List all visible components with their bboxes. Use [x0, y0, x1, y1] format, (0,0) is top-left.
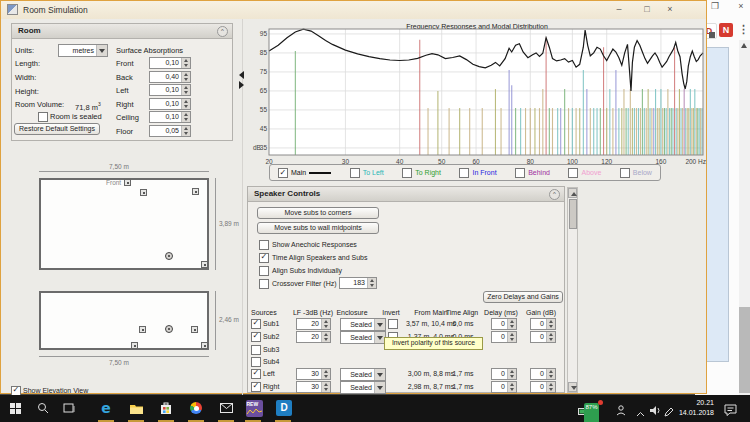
delay-input[interactable]: 0 — [491, 331, 517, 343]
delay-input[interactable]: 0 — [491, 318, 517, 330]
source-enable-checkbox[interactable] — [251, 345, 261, 355]
surface-ceiling-input-arrows[interactable] — [181, 112, 190, 122]
file-explorer-icon[interactable] — [126, 398, 146, 418]
surface-front-input[interactable]: 0,10 — [149, 57, 191, 69]
legend-checkbox[interactable] — [568, 168, 578, 178]
delay-input-arrows[interactable] — [507, 319, 516, 329]
speaker-right-icon[interactable] — [192, 188, 199, 195]
enclosure-select[interactable]: Sealed — [340, 381, 386, 394]
browser-menu-icon[interactable]: ⋮ — [738, 23, 749, 36]
restore-defaults-button[interactable]: Restore Default Settings — [14, 123, 100, 135]
lf-input-arrows[interactable] — [321, 332, 330, 342]
chrome-icon[interactable] — [186, 398, 206, 418]
legend-item-to-right[interactable]: To Right — [402, 168, 441, 178]
hidden-icons-chevron-icon[interactable] — [636, 404, 645, 422]
sc-checkbox-1[interactable] — [259, 253, 269, 263]
surface-left-input-arrows[interactable] — [181, 85, 190, 95]
elevation-speaker-icon[interactable] — [139, 326, 146, 333]
delay-input-arrows[interactable] — [507, 369, 516, 379]
sc-checkbox-3[interactable] — [259, 279, 269, 289]
action-center-icon[interactable] — [724, 402, 737, 422]
room-panel-collapse-icon[interactable]: ^ — [217, 26, 228, 37]
gain-input[interactable]: 0 — [530, 331, 556, 343]
room-sim-app-icon[interactable]: D — [274, 398, 294, 418]
delay-input[interactable]: 0 — [491, 381, 517, 393]
lf-input[interactable]: 30 — [296, 381, 331, 393]
source-enable-checkbox[interactable] — [251, 357, 261, 367]
surface-back-input-arrows[interactable] — [181, 72, 190, 82]
gain-input[interactable]: 0 — [530, 318, 556, 330]
enclosure-select[interactable]: Sealed — [340, 368, 386, 381]
legend-item-main[interactable]: Main — [278, 168, 331, 178]
sc-checkbox-2[interactable] — [259, 266, 269, 276]
legend-item-behind[interactable]: Behind — [515, 168, 550, 178]
units-dropdown-icon[interactable] — [96, 45, 107, 56]
legend-checkbox[interactable] — [402, 168, 412, 178]
start-button[interactable] — [5, 398, 25, 418]
source-enable-checkbox[interactable] — [251, 319, 261, 329]
speaker-left-icon[interactable] — [140, 189, 147, 196]
gain-input[interactable]: 0 — [530, 381, 556, 393]
legend-checkbox[interactable] — [515, 168, 525, 178]
delay-input-arrows[interactable] — [507, 332, 516, 342]
delay-input[interactable]: 0 — [491, 368, 517, 380]
splitter-collapse-left-icon[interactable] — [239, 71, 244, 79]
clock[interactable]: 20.21 14.01.2018 — [676, 398, 714, 418]
legend-item-above[interactable]: Above — [568, 168, 601, 178]
gain-input-arrows[interactable] — [546, 369, 555, 379]
gain-input[interactable]: 0 — [530, 368, 556, 380]
elevation-speaker-icon[interactable] — [201, 342, 208, 349]
legend-checkbox[interactable] — [278, 168, 288, 178]
crossover-input-arrows[interactable] — [367, 278, 376, 288]
gain-input-arrows[interactable] — [546, 319, 555, 329]
minimize-button[interactable]: – — [613, 4, 625, 15]
browser-extension-n-icon[interactable]: N — [719, 23, 733, 37]
lf-input[interactable]: 20 — [296, 331, 331, 343]
browser-restore-button[interactable]: ❐ — [709, 1, 721, 12]
close-button[interactable]: × — [664, 4, 676, 15]
elevation-speaker-icon[interactable] — [191, 326, 198, 333]
surface-right-input-arrows[interactable] — [181, 99, 190, 109]
browser-close-button[interactable]: × — [735, 1, 747, 12]
speaker-controls-scrollbar[interactable] — [567, 187, 578, 393]
source-enable-checkbox[interactable] — [251, 382, 261, 392]
gain-input-arrows[interactable] — [546, 332, 555, 342]
enclosure-select-dropdown-icon[interactable] — [374, 319, 385, 330]
surface-front-input-arrows[interactable] — [181, 58, 190, 68]
legend-checkbox[interactable] — [620, 168, 630, 178]
lf-input[interactable]: 20 — [296, 318, 331, 330]
source-enable-checkbox[interactable] — [251, 369, 261, 379]
legend-checkbox[interactable] — [350, 168, 360, 178]
zero-delays-gains-button[interactable]: Zero Delays and Gains — [483, 291, 563, 303]
lf-input-arrows[interactable] — [321, 382, 330, 392]
store-icon[interactable] — [156, 398, 176, 418]
volume-icon[interactable] — [650, 402, 662, 422]
surface-back-input[interactable]: 0,40 — [149, 71, 191, 83]
elevation-speaker-icon[interactable] — [131, 342, 138, 349]
legend-item-to-left[interactable]: To Left — [350, 168, 384, 178]
lf-input-arrows[interactable] — [321, 319, 330, 329]
legend-checkbox[interactable] — [459, 168, 469, 178]
listener-icon[interactable] — [165, 252, 173, 260]
surface-floor-input-arrows[interactable] — [181, 126, 190, 136]
scroll-up-icon[interactable] — [568, 188, 577, 198]
browser-scrollbar[interactable] — [739, 40, 750, 395]
title-bar[interactable]: Room Simulation – □ × — [1, 1, 706, 19]
people-icon[interactable] — [616, 402, 626, 422]
search-icon[interactable] — [33, 398, 53, 418]
crossover-input[interactable]: 183 — [339, 277, 377, 289]
enclosure-select[interactable]: Sealed — [340, 318, 386, 331]
surface-left-input[interactable]: 0,10 — [149, 84, 191, 96]
scroll-down-icon[interactable] — [568, 382, 577, 392]
delay-input-arrows[interactable] — [507, 382, 516, 392]
units-select[interactable]: metres — [58, 44, 108, 57]
maximize-button[interactable]: □ — [641, 4, 653, 15]
speaker-corner-sub-icon[interactable] — [201, 261, 208, 268]
surface-floor-input[interactable]: 0,05 — [149, 125, 191, 137]
elevation-listener-icon[interactable] — [165, 325, 173, 333]
edge-icon[interactable]: e — [96, 398, 116, 418]
mail-icon[interactable] — [216, 398, 236, 418]
move-subs-corners-button[interactable]: Move subs to corners — [257, 207, 379, 219]
enclosure-select-dropdown-icon[interactable] — [374, 382, 385, 393]
move-subs-midpoints-button[interactable]: Move subs to wall midpoints — [257, 222, 379, 234]
